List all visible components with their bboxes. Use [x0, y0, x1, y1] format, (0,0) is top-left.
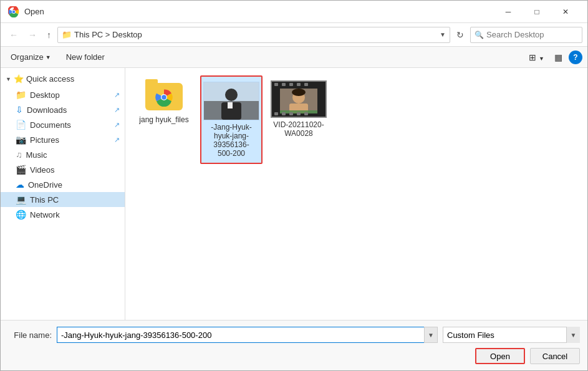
filename-input-wrap: ▼ — [57, 327, 438, 343]
music-icon: ♫ — [16, 150, 22, 160]
view-controls: ⊞ ▼ ▦ ? — [525, 51, 582, 64]
film-hole — [297, 112, 301, 115]
new-folder-label: New folder — [66, 52, 105, 62]
sidebar-item-pictures[interactable]: 📷 Pictures ↗ — [1, 132, 125, 147]
pictures-icon: 📷 — [16, 135, 26, 145]
view-dropdown-icon: ▼ — [539, 55, 544, 62]
search-input[interactable] — [486, 30, 588, 39]
onedrive-icon: ☁ — [16, 180, 24, 190]
film-hole — [289, 112, 293, 115]
back-button[interactable]: ← — [6, 27, 22, 42]
sidebar-item-desktop-label: Desktop — [30, 90, 60, 100]
film-holes-top — [272, 83, 325, 86]
new-folder-button[interactable]: New folder — [61, 51, 110, 64]
video-preview-svg — [280, 89, 317, 113]
sidebar-item-videos[interactable]: 🎬 Videos — [1, 162, 125, 177]
thispc-icon: 💻 — [16, 195, 26, 205]
address-folder-icon: 📁 — [62, 30, 72, 39]
film-hole — [297, 83, 301, 86]
desktop-pin-icon: ↗ — [114, 91, 120, 99]
sidebar-item-network-label: Network — [30, 210, 60, 219]
title-bar-left: Open — [8, 6, 494, 17]
cancel-button[interactable]: Cancel — [530, 348, 580, 364]
view-mode-button[interactable]: ⊞ ▼ — [525, 51, 548, 64]
maximize-button[interactable]: □ — [523, 3, 551, 21]
nav-bar: ← → ↑ 📁 This PC > Desktop ▼ ↻ 🔍 — [1, 23, 587, 47]
file-area: jang hyuk_files — [125, 68, 587, 320]
svg-point-5 — [161, 95, 166, 100]
sidebar-item-onedrive-label: OneDrive — [28, 180, 62, 190]
svg-point-8 — [225, 89, 238, 101]
main-area: ▼ ⭐ Quick access 📁 Desktop ↗ ⇩ Downloads… — [1, 68, 587, 320]
network-icon: 🌐 — [16, 210, 26, 219]
sidebar: ▼ ⭐ Quick access 📁 Desktop ↗ ⇩ Downloads… — [1, 68, 125, 320]
refresh-button[interactable]: ↻ — [453, 27, 468, 42]
filetype-select[interactable]: Custom Files All Files (*.*) — [443, 327, 580, 343]
film-hole — [282, 112, 286, 115]
search-box[interactable]: 🔍 — [470, 27, 582, 43]
film-hole — [274, 83, 278, 86]
help-icon: ? — [573, 53, 577, 62]
chrome-icon — [8, 6, 19, 17]
toolbar: Organize ▼ New folder ⊞ ▼ ▦ ? — [1, 47, 587, 68]
sidebar-item-downloads[interactable]: ⇩ Downloads ↗ — [1, 102, 125, 117]
bottom-bar: File name: ▼ Custom Files All Files (*.*… — [1, 320, 587, 370]
forward-icon: → — [28, 30, 37, 40]
sidebar-item-thispc[interactable]: 💻 This PC — [1, 192, 125, 207]
film-hole — [304, 112, 308, 115]
video-label: VID-20211020-WA0028 — [272, 120, 325, 138]
film-hole — [289, 83, 293, 86]
filename-input[interactable] — [57, 327, 438, 343]
sidebar-item-onedrive[interactable]: ☁ OneDrive — [1, 177, 125, 192]
filetype-select-wrap: Custom Files All Files (*.*) ▼ — [443, 327, 580, 343]
film-hole — [282, 83, 286, 86]
organize-dropdown-icon: ▼ — [46, 54, 51, 60]
view-mode-icon: ⊞ — [529, 52, 536, 62]
sidebar-item-videos-label: Videos — [30, 165, 55, 175]
minimize-button[interactable]: ─ — [494, 3, 523, 21]
help-button[interactable]: ? — [569, 51, 582, 64]
address-path: This PC > Desktop — [74, 30, 437, 39]
file-item-image[interactable]: -Jang-Hyuk-hyuk-jang-39356136-500-200 — [200, 75, 263, 164]
sidebar-item-documents-label: Documents — [30, 120, 71, 130]
quick-access-header[interactable]: ▼ ⭐ Quick access — [1, 70, 125, 87]
desktop-folder-icon: 📁 — [16, 90, 26, 100]
open-dialog: Open ─ □ ✕ ← → ↑ 📁 This PC > Desktop ▼ ↻… — [0, 0, 588, 371]
sidebar-item-thispc-label: This PC — [30, 195, 59, 205]
folder-label: jang hyuk_files — [139, 115, 188, 124]
forward-button[interactable]: → — [24, 27, 41, 42]
file-item-folder[interactable]: jang hyuk_files — [133, 75, 195, 164]
image-preview-svg — [204, 82, 259, 120]
address-dropdown-icon[interactable]: ▼ — [440, 31, 446, 38]
pane-icon: ▦ — [554, 52, 562, 62]
svg-point-14 — [292, 89, 306, 96]
folder-chrome-icon — [152, 88, 176, 107]
svg-point-3 — [12, 10, 16, 13]
open-button[interactable]: Open — [475, 348, 525, 364]
close-button[interactable]: ✕ — [551, 3, 580, 21]
filename-label: File name: — [8, 330, 52, 340]
folder-tab — [145, 79, 158, 84]
filename-row: File name: ▼ Custom Files All Files (*.*… — [8, 327, 580, 343]
svg-rect-10 — [228, 102, 233, 108]
sidebar-item-music[interactable]: ♫ Music — [1, 147, 125, 162]
up-icon: ↑ — [47, 30, 51, 40]
downloads-icon: ⇩ — [16, 105, 23, 115]
file-item-video[interactable]: VID-20211020-WA0028 — [267, 75, 330, 164]
sidebar-item-desktop[interactable]: 📁 Desktop ↗ — [1, 87, 125, 102]
up-button[interactable]: ↑ — [43, 27, 55, 42]
sidebar-item-documents[interactable]: 📄 Documents ↗ — [1, 117, 125, 132]
title-bar-controls: ─ □ ✕ — [494, 3, 580, 21]
back-icon: ← — [9, 30, 18, 40]
organize-label: Organize — [11, 52, 44, 62]
sidebar-item-downloads-label: Downloads — [27, 105, 67, 115]
organize-button[interactable]: Organize ▼ — [6, 51, 56, 64]
documents-pin-icon: ↗ — [114, 121, 120, 129]
sidebar-item-network[interactable]: 🌐 Network — [1, 207, 125, 222]
address-bar[interactable]: 📁 This PC > Desktop ▼ — [57, 27, 450, 43]
pane-button[interactable]: ▦ — [551, 51, 566, 64]
image-thumbnail — [203, 82, 259, 120]
search-icon: 🔍 — [475, 31, 484, 39]
filename-dropdown-button[interactable]: ▼ — [424, 327, 438, 343]
action-buttons-row: Open Cancel — [8, 348, 580, 364]
